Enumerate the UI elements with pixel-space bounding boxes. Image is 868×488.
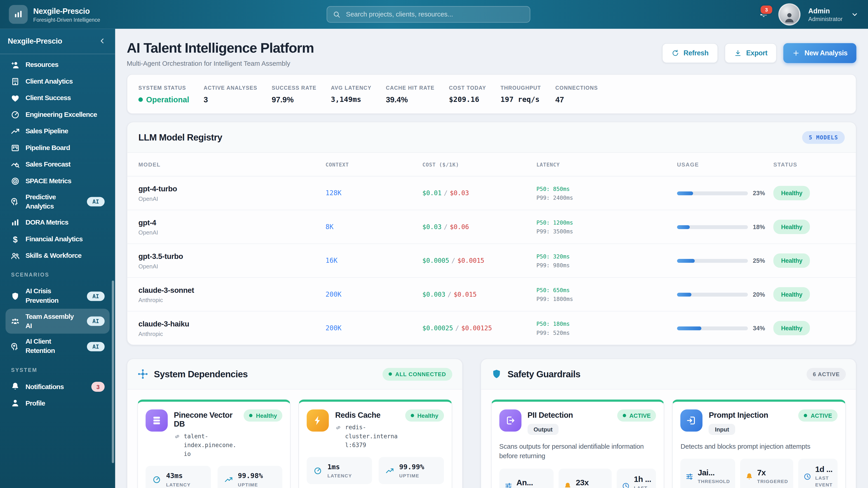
- model-row[interactable]: gpt-4-turbo OpenAI 128K $0.01/$0.03 P50:…: [127, 176, 856, 210]
- sidebar-item[interactable]: Sales Pipeline: [5, 123, 110, 139]
- clock-icon: [803, 473, 811, 481]
- global-search[interactable]: [327, 6, 530, 23]
- trend-icon: [385, 466, 394, 475]
- usage-bar-fill: [677, 292, 691, 296]
- triggered-stat: 23x TRIGGERED: [559, 468, 612, 488]
- usage-percent: 18%: [753, 223, 765, 230]
- model-name: gpt-3.5-turbo: [138, 252, 326, 260]
- main-content: AI Talent Intelligence Platform Multi-Ag…: [115, 29, 868, 488]
- shield-icon: [11, 291, 20, 301]
- avatar[interactable]: [778, 3, 801, 26]
- sidebar-item[interactable]: $ Financial Analytics: [5, 231, 110, 248]
- triggered-stat: 7x TRIGGERED: [740, 459, 793, 488]
- guardrail-card: PII Detection Output ACTIVE Scans output…: [491, 399, 664, 488]
- sidebar-item-label: Client Success: [26, 93, 105, 103]
- stat-value: 197 req/s: [500, 95, 541, 103]
- sidebar-item-label: Notifications: [26, 382, 86, 391]
- sidebar-item[interactable]: Team Assembly AI AI: [5, 308, 110, 334]
- sidebar-item-label: Skills & Workforce: [26, 251, 105, 260]
- latency-p50: P50: 650ms: [536, 287, 677, 293]
- brand-name: Nexgile-Prescio: [33, 6, 100, 15]
- sidebar-item[interactable]: Client Analytics: [5, 73, 110, 90]
- guardrail-description: Scans outputs for personal identifiable …: [499, 442, 656, 461]
- latency-p99: P99: 3500ms: [536, 228, 677, 234]
- sidebar-item-label: Client Analytics: [26, 76, 105, 86]
- sidebar-item[interactable]: AI Client Retention AI: [5, 334, 110, 359]
- brand: Nexgile-Prescio Foresight-Driven Intelli…: [9, 5, 142, 24]
- sidebar-item[interactable]: Sales Forecast: [5, 156, 110, 173]
- sidebar-item[interactable]: Engineering Excellence: [5, 106, 110, 123]
- model-row[interactable]: claude-3-haiku Anthropic 200K $0.00025/$…: [127, 312, 856, 345]
- all-connected-badge: ALL CONNECTED: [382, 367, 452, 380]
- refresh-label: Refresh: [684, 49, 709, 57]
- latency-value: P50: 850ms P99: 2400ms: [536, 186, 677, 201]
- cost-input: $0.01: [423, 189, 442, 197]
- link-icon: [335, 424, 342, 431]
- refresh-button[interactable]: Refresh: [662, 43, 718, 63]
- context-value: 16K: [326, 257, 423, 264]
- threshold-value: An...: [517, 478, 549, 487]
- stat-value: $209.16: [449, 95, 486, 103]
- dependencies-title: System Dependencies: [154, 369, 248, 379]
- sidebar-item[interactable]: Skills & Workforce: [5, 248, 110, 264]
- export-button[interactable]: Export: [724, 43, 777, 63]
- gauge-icon: [152, 475, 161, 484]
- guardrails-title: Safety Guardrails: [507, 369, 580, 379]
- user-menu-chevron-icon[interactable]: [850, 10, 859, 19]
- person-icon: [783, 11, 796, 24]
- model-row[interactable]: gpt-4 OpenAI 8K $0.03/$0.06 P50: 1200ms …: [127, 210, 856, 244]
- user-name: Admin: [808, 7, 842, 15]
- dependency-endpoint: talent-index.pinecone.io: [184, 432, 238, 458]
- new-analysis-button[interactable]: New Analysis: [783, 43, 857, 63]
- sidebar-item-label: Profile: [26, 398, 105, 408]
- sidebar-item[interactable]: Pipeline Board: [5, 139, 110, 156]
- brand-logo: [9, 5, 28, 24]
- shield-icon: [491, 368, 502, 380]
- sidebar-item-label: AI Crisis Prevention: [26, 287, 81, 305]
- bell-icon: [745, 473, 753, 481]
- column-header: STATUS: [773, 161, 845, 167]
- sidebar-item[interactable]: Notifications 3: [5, 379, 110, 395]
- latency-p99: P99: 520ms: [536, 329, 677, 335]
- usage-bar: [677, 191, 748, 195]
- last-event-label: LAST EVENT: [634, 485, 651, 488]
- model-row[interactable]: gpt-3.5-turbo OpenAI 16K $0.0005/$0.0015…: [127, 244, 856, 278]
- sidebar-item[interactable]: DORA Metrics: [5, 215, 110, 231]
- sidebar-item-label: Predictive Analytics: [26, 193, 81, 211]
- sidebar-item-label: Resources: [26, 60, 105, 69]
- stat-value: 3,149ms: [331, 95, 371, 103]
- brand-tagline: Foresight-Driven Intelligence: [33, 16, 100, 22]
- sidebar-item[interactable]: Resources: [5, 57, 110, 73]
- sidebar-item-label: SPACE Metrics: [26, 176, 105, 186]
- search-input[interactable]: [345, 10, 524, 19]
- user-role: Administrator: [808, 15, 842, 22]
- model-name: claude-3-haiku: [138, 320, 326, 328]
- model-name: claude-3-sonnet: [138, 286, 326, 294]
- registry-title: LLM Model Registry: [138, 132, 222, 142]
- model-row[interactable]: claude-3-sonnet Anthropic 200K $0.003/$0…: [127, 278, 856, 311]
- usage-bar: [677, 225, 748, 229]
- last-event-stat: 1d ... LAST EVENT: [798, 459, 838, 488]
- stat: SUCCESS RATE 97.9%: [272, 84, 316, 104]
- guardrail-name: PII Detection: [527, 411, 573, 419]
- threshold-label: THRESHOLD: [698, 479, 730, 485]
- usage-bar-fill: [677, 191, 693, 195]
- page-title: AI Talent Intelligence Platform: [127, 40, 314, 56]
- latency-p50: P50: 180ms: [536, 321, 677, 327]
- stats-bar: SYSTEM STATUS Operational ACTIVE ANALYSE…: [127, 74, 857, 114]
- notifications-button[interactable]: 3: [756, 8, 771, 21]
- sidebar-item[interactable]: Profile: [5, 395, 110, 412]
- latency-stat: 1ms LATENCY: [307, 457, 372, 484]
- sidebar-collapse-button[interactable]: [97, 36, 107, 46]
- sidebar-item[interactable]: Client Success: [5, 90, 110, 106]
- user-menu[interactable]: Admin Administrator: [808, 7, 842, 22]
- cost-output: $0.00125: [461, 324, 492, 332]
- sidebar-item[interactable]: Predictive Analytics AI: [5, 189, 110, 215]
- trend-icon: [224, 475, 233, 484]
- sidebar-item[interactable]: SPACE Metrics: [5, 173, 110, 189]
- sidebar-scrollbar[interactable]: [112, 281, 114, 463]
- stat-label: SYSTEM STATUS: [138, 84, 189, 90]
- cost-output: $0.0015: [458, 257, 485, 264]
- sidebar-item[interactable]: AI Crisis Prevention AI: [5, 284, 110, 308]
- latency-p99: P99: 980ms: [536, 262, 677, 268]
